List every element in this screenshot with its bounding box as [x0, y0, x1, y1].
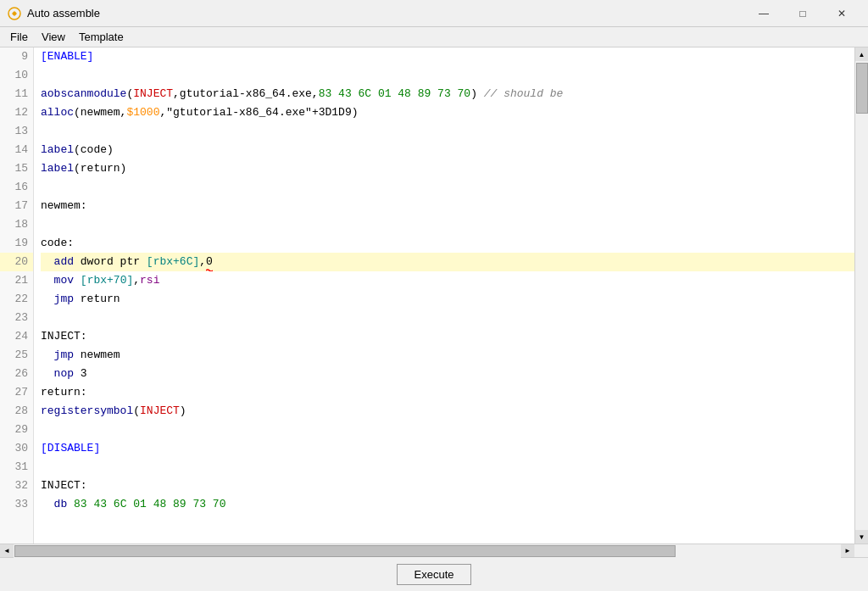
menu-bar: File View Template: [0, 27, 868, 47]
line-num-30: 30: [0, 439, 33, 458]
h-scroll-track[interactable]: [14, 544, 841, 558]
line-num-29: 29: [0, 421, 33, 439]
v-scroll-track[interactable]: [855, 61, 869, 530]
maximize-button[interactable]: □: [783, 0, 822, 27]
line-num-28: 28: [0, 402, 33, 421]
code-area[interactable]: 9 10 11 12 13 14 15 16 17 18 19 20 21 22…: [0, 47, 854, 544]
code-content[interactable]: [ENABLE] aobscanmodule(INJECT,gtutorial-…: [34, 47, 854, 544]
v-scroll-thumb[interactable]: [856, 63, 868, 114]
code-line-26: nop 3: [41, 365, 854, 383]
line-num-24: 24: [0, 327, 33, 346]
code-line-17: newmem:: [41, 197, 854, 215]
line-num-31: 31: [0, 458, 33, 477]
code-line-20: add dword ptr [rbx+6C],0: [41, 253, 854, 271]
line-num-9: 9: [0, 47, 33, 66]
line-num-18: 18: [0, 215, 33, 234]
code-line-10: [41, 66, 854, 85]
window-title: Auto assemble: [27, 7, 744, 20]
title-bar: Auto assemble — □ ✕: [0, 0, 868, 27]
code-line-29: [41, 421, 854, 439]
scroll-right-arrow[interactable]: ►: [841, 544, 854, 558]
line-num-13: 13: [0, 122, 33, 141]
app-icon: [7, 6, 22, 21]
window-controls: — □ ✕: [744, 0, 861, 27]
scrollbar-corner: [854, 544, 868, 558]
line-num-22: 22: [0, 290, 33, 309]
horizontal-scrollbar[interactable]: ◄ ►: [0, 544, 854, 557]
line-num-23: 23: [0, 309, 33, 327]
line-num-19: 19: [0, 234, 33, 253]
horizontal-scrollbar-area: ◄ ►: [0, 544, 868, 557]
line-num-10: 10: [0, 66, 33, 85]
minimize-button[interactable]: —: [744, 0, 783, 27]
code-line-14: label(code): [41, 141, 854, 159]
line-num-15: 15: [0, 159, 33, 178]
h-scroll-thumb[interactable]: [14, 545, 676, 557]
line-num-11: 11: [0, 85, 33, 103]
code-line-24: INJECT:: [41, 327, 854, 346]
code-line-12: alloc(newmem,$1000,"gtutorial-x86_64.exe…: [41, 103, 854, 122]
code-line-25: jmp newmem: [41, 346, 854, 365]
scroll-down-arrow[interactable]: ▼: [855, 530, 869, 544]
code-line-15: label(return): [41, 159, 854, 178]
line-num-26: 26: [0, 365, 33, 383]
line-numbers: 9 10 11 12 13 14 15 16 17 18 19 20 21 22…: [0, 47, 34, 544]
line-num-16: 16: [0, 178, 33, 197]
line-num-33: 33: [0, 495, 33, 514]
code-text: [ENABLE]: [41, 47, 93, 66]
code-line-21: mov [rbx+70],rsi: [41, 271, 854, 290]
menu-view[interactable]: View: [35, 29, 72, 45]
code-line-28: registersymbol(INJECT): [41, 402, 854, 421]
line-num-21: 21: [0, 271, 33, 290]
code-line-31: [41, 458, 854, 477]
scroll-left-arrow[interactable]: ◄: [0, 544, 14, 558]
code-line-11: aobscanmodule(INJECT,gtutorial-x86_64.ex…: [41, 85, 854, 103]
code-line-9: [ENABLE]: [41, 47, 854, 66]
vertical-scrollbar[interactable]: ▲ ▼: [854, 47, 868, 544]
close-button[interactable]: ✕: [822, 0, 861, 27]
code-line-22: jmp return: [41, 290, 854, 309]
scroll-up-arrow[interactable]: ▲: [855, 47, 869, 61]
code-line-19: code:: [41, 234, 854, 253]
main-area: 9 10 11 12 13 14 15 16 17 18 19 20 21 22…: [0, 47, 868, 591]
code-line-16: [41, 178, 854, 197]
svg-point-1: [13, 12, 16, 15]
line-num-32: 32: [0, 477, 33, 495]
code-line-33: db 83 43 6C 01 48 89 73 70: [41, 495, 854, 514]
line-num-14: 14: [0, 141, 33, 159]
code-line-32: INJECT:: [41, 477, 854, 495]
menu-template[interactable]: Template: [72, 29, 131, 45]
editor-container: 9 10 11 12 13 14 15 16 17 18 19 20 21 22…: [0, 47, 868, 544]
code-line-27: return:: [41, 383, 854, 402]
menu-file[interactable]: File: [3, 29, 35, 45]
squiggle-value: 0: [206, 253, 213, 271]
line-num-17: 17: [0, 197, 33, 215]
code-line-13: [41, 122, 854, 141]
code-line-23: [41, 309, 854, 327]
code-text: aobscanmodule: [41, 85, 126, 103]
line-num-27: 27: [0, 383, 33, 402]
execute-bar: Execute: [0, 557, 868, 591]
line-num-20: 20: [0, 253, 33, 271]
line-num-12: 12: [0, 103, 33, 122]
code-line-18: [41, 215, 854, 234]
execute-button[interactable]: Execute: [397, 564, 472, 585]
line-num-25: 25: [0, 346, 33, 365]
code-line-30: [DISABLE]: [41, 439, 854, 458]
